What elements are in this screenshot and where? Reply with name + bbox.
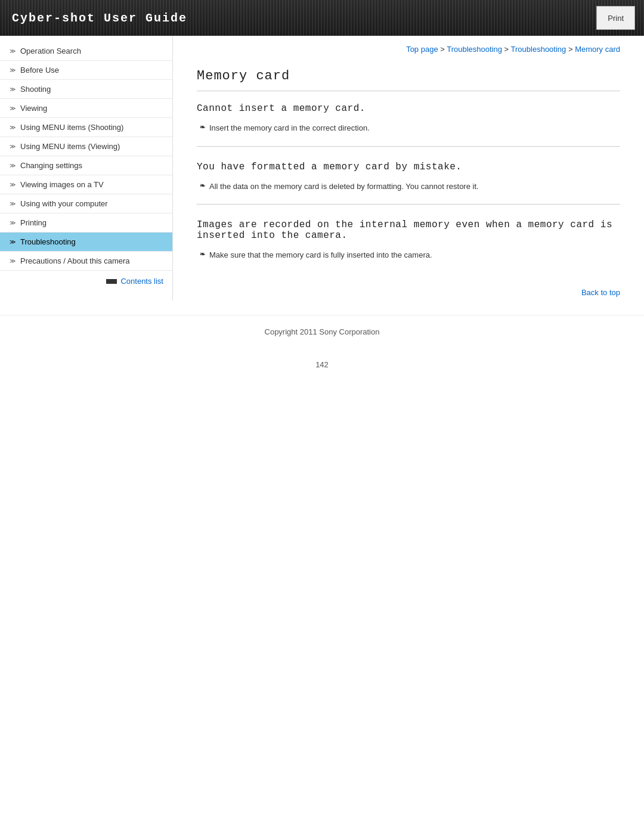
sidebar-item-4[interactable]: ≫Using MENU items (Shooting): [0, 118, 172, 137]
breadcrumb-sep3: >: [566, 45, 575, 54]
sidebar-label-2: Shooting: [20, 85, 51, 94]
issue-detail-2: ❧Make sure that the memory card is fully…: [197, 249, 620, 261]
back-to-top[interactable]: Back to top: [197, 288, 620, 297]
sidebar-bullet-2: ≫: [10, 86, 16, 92]
sidebar-bullet-9: ≫: [10, 219, 16, 226]
sidebar-label-0: Operation Search: [20, 47, 81, 55]
back-to-top-link[interactable]: Back to top: [581, 288, 620, 297]
issue-section-2: Images are recorded on the internal memo…: [197, 219, 620, 273]
issue-text-2: Make sure that the memory card is fully …: [209, 249, 432, 261]
sidebar-item-1[interactable]: ≫Before Use: [0, 61, 172, 80]
issue-bullet-icon-1: ❧: [200, 181, 207, 191]
sidebar-bullet-3: ≫: [10, 105, 16, 112]
print-button[interactable]: Print: [596, 6, 635, 30]
breadcrumb-troubleshooting1[interactable]: Troubleshooting: [447, 45, 502, 54]
issue-title-2: Images are recorded on the internal memo…: [197, 219, 620, 241]
sidebar-item-3[interactable]: ≫Viewing: [0, 99, 172, 118]
issues-container: Cannot insert a memory card.❧Insert the …: [197, 103, 620, 273]
issue-bullet-icon-2: ❧: [200, 249, 207, 259]
sidebar-label-4: Using MENU items (Shooting): [20, 123, 123, 132]
sidebar-label-3: Viewing: [20, 104, 47, 113]
content-area: Top page > Troubleshooting > Troubleshoo…: [173, 36, 644, 315]
issue-title-0: Cannot insert a memory card.: [197, 103, 620, 114]
breadcrumb-top-page[interactable]: Top page: [406, 45, 438, 54]
sidebar-bullet-6: ≫: [10, 162, 16, 169]
sidebar-bullet-5: ≫: [10, 143, 16, 150]
issue-section-0: Cannot insert a memory card.❧Insert the …: [197, 103, 620, 147]
contents-list-icon: [106, 279, 117, 284]
sidebar-label-6: Changing settings: [20, 161, 82, 170]
header: Cyber-shot User Guide Print: [0, 0, 644, 36]
sidebar: ≫Operation Search≫Before Use≫Shooting≫Vi…: [0, 36, 173, 301]
sidebar-item-6[interactable]: ≫Changing settings: [0, 156, 172, 175]
breadcrumb-memory-card[interactable]: Memory card: [575, 45, 620, 54]
breadcrumb: Top page > Troubleshooting > Troubleshoo…: [197, 45, 620, 57]
contents-list-link[interactable]: Contents list: [0, 271, 172, 289]
sidebar-bullet-0: ≫: [10, 48, 16, 54]
page-title: Memory card: [197, 69, 620, 83]
sidebar-item-2[interactable]: ≫Shooting: [0, 80, 172, 99]
sidebar-label-9: Printing: [20, 218, 47, 227]
issue-text-0: Insert the memory card in the correct di…: [209, 122, 370, 134]
sidebar-item-10[interactable]: ≫Troubleshooting: [0, 233, 172, 252]
issue-detail-1: ❧All the data on the memory card is dele…: [197, 181, 620, 193]
issue-bullet-icon-0: ❧: [200, 122, 207, 132]
breadcrumb-sep2: >: [502, 45, 511, 54]
sidebar-label-5: Using MENU items (Viewing): [20, 142, 120, 151]
issue-title-1: You have formatted a memory card by mist…: [197, 162, 620, 172]
breadcrumb-troubleshooting2[interactable]: Troubleshooting: [511, 45, 566, 54]
sidebar-item-0[interactable]: ≫Operation Search: [0, 42, 172, 61]
sidebar-label-7: Viewing images on a TV: [20, 180, 104, 189]
sidebar-label-11: Precautions / About this camera: [20, 256, 130, 265]
title-divider: [197, 91, 620, 91]
sidebar-item-9[interactable]: ≫Printing: [0, 213, 172, 233]
main-layout: ≫Operation Search≫Before Use≫Shooting≫Vi…: [0, 36, 644, 315]
sidebar-item-8[interactable]: ≫Using with your computer: [0, 194, 172, 213]
sidebar-label-10: Troubleshooting: [20, 237, 76, 246]
copyright: Copyright 2011 Sony Corporation: [265, 327, 380, 336]
contents-list-label: Contents list: [120, 277, 163, 286]
sidebar-bullet-10: ≫: [10, 239, 16, 245]
page-number: 142: [0, 354, 644, 375]
sidebar-label-8: Using with your computer: [20, 199, 108, 208]
sidebar-bullet-1: ≫: [10, 67, 16, 73]
breadcrumb-sep1: >: [438, 45, 447, 54]
sidebar-item-11[interactable]: ≫Precautions / About this camera: [0, 252, 172, 271]
footer: Copyright 2011 Sony Corporation: [0, 315, 644, 354]
sidebar-bullet-8: ≫: [10, 200, 16, 207]
sidebar-item-7[interactable]: ≫Viewing images on a TV: [0, 175, 172, 194]
sidebar-label-1: Before Use: [20, 66, 59, 75]
issue-text-1: All the data on the memory card is delet…: [209, 181, 479, 193]
sidebar-item-5[interactable]: ≫Using MENU items (Viewing): [0, 137, 172, 156]
issue-section-1: You have formatted a memory card by mist…: [197, 162, 620, 205]
issue-detail-0: ❧Insert the memory card in the correct d…: [197, 122, 620, 134]
sidebar-bullet-11: ≫: [10, 258, 16, 264]
sidebar-bullet-7: ≫: [10, 181, 16, 188]
sidebar-bullet-4: ≫: [10, 124, 16, 131]
app-title: Cyber-shot User Guide: [0, 0, 199, 36]
